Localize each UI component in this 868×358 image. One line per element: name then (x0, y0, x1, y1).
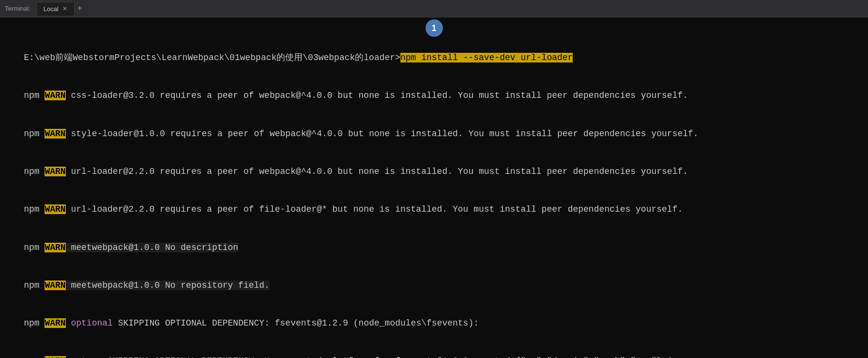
badge-1: 1 (426, 19, 443, 37)
warn-line-4: npm WARN url-loader@2.2.0 requires a pee… (0, 190, 868, 228)
npm-6: npm (24, 280, 45, 290)
warn-tag-6: WARN (45, 280, 65, 290)
npm-1: npm (24, 91, 45, 100)
local-tab[interactable]: Local ✕ (36, 2, 75, 16)
tab-name: Local (44, 5, 59, 13)
warn-msg-6: meetwebpack@1.0.0 No repository field. (66, 280, 270, 290)
command-line-1: E:\web前端WebstormProjects\LearnWebpack\01… (0, 39, 868, 77)
warn-msg-opt: SKIPPING OPTIONAL DEPENDENCY: fsevents@1… (113, 318, 479, 328)
warn-line-6: npm WARN meetwebpack@1.0.0 No repository… (0, 266, 868, 304)
warn-msg-4: url-loader@2.2.0 requires a peer of file… (66, 204, 683, 214)
path-1: E:\web前端WebstormProjects\LearnWebpack\01… (24, 53, 400, 62)
warn-line-notsup: npm WARN notsup SKIPPING OPTIONAL DEPEND… (0, 342, 868, 358)
npm-opt: npm (24, 318, 45, 328)
cmd-1: npm install --save-dev url-loader (400, 53, 573, 62)
badge-1-container: 1 (0, 19, 868, 39)
optional-keyword: optional (71, 318, 112, 328)
terminal-label: Terminal: (5, 5, 30, 12)
npm-5: npm (24, 243, 45, 252)
npm-3: npm (24, 167, 45, 176)
warn-tag-1: WARN (45, 91, 65, 100)
warn-line-optional: npm WARN optional SKIPPING OPTIONAL DEPE… (0, 304, 868, 342)
warn-tag-3: WARN (45, 167, 65, 176)
warn-line-5: npm WARN meetwebpack@1.0.0 No descriptio… (0, 228, 868, 266)
titlebar: Terminal: Local ✕ + (0, 0, 868, 17)
add-tab-icon[interactable]: + (77, 4, 82, 13)
npm-notsup: npm (24, 356, 45, 358)
warn-msg-5: meetwebpack@1.0.0 No description (66, 243, 238, 252)
tab-close-icon[interactable]: ✕ (62, 5, 67, 12)
warn-msg-notsup: SKIPPING OPTIONAL DEPENDENCY: Unsupporte… (102, 356, 703, 358)
warn-tag-opt: WARN (45, 318, 65, 328)
warn-msg-2: style-loader@1.0.0 requires a peer of we… (66, 129, 699, 139)
warn-line-3: npm WARN url-loader@2.2.0 requires a pee… (0, 153, 868, 190)
notsup-keyword: notsup (71, 356, 102, 358)
terminal: 1 E:\web前端WebstormProjects\LearnWebpack\… (0, 17, 868, 358)
warn-tag-4: WARN (45, 204, 65, 214)
warn-tag-2: WARN (45, 129, 65, 139)
warn-msg-opt-space (66, 318, 71, 328)
npm-2: npm (24, 129, 45, 139)
warn-line-2: npm WARN style-loader@1.0.0 requires a p… (0, 115, 868, 153)
warn-msg-1: css-loader@3.2.0 requires a peer of webp… (66, 91, 688, 100)
warn-line-1: npm WARN css-loader@3.2.0 requires a pee… (0, 77, 868, 114)
npm-4: npm (24, 204, 45, 214)
warn-msg-notsup-space (66, 356, 71, 358)
warn-tag-notsup: WARN (45, 356, 65, 358)
warn-tag-5: WARN (45, 243, 65, 252)
warn-msg-3: url-loader@2.2.0 requires a peer of webp… (66, 167, 688, 176)
